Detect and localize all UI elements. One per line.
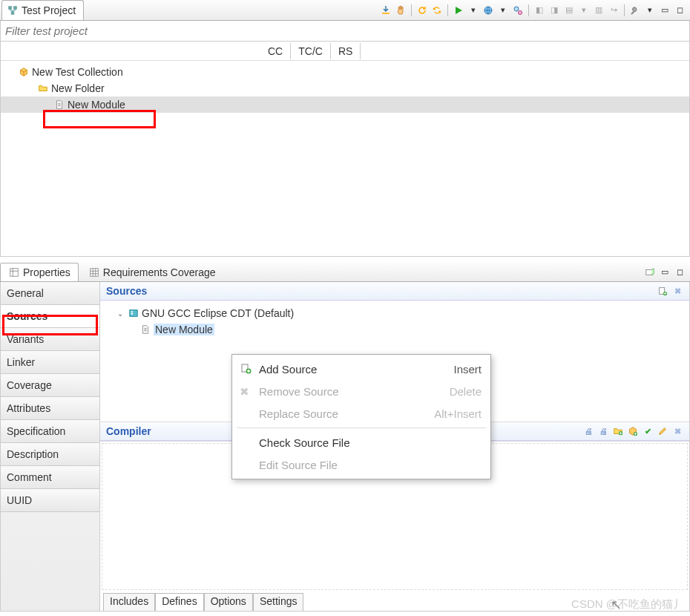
lower-tab-row: Properties Requirements Coverage ▭ ◻ — [0, 263, 690, 282]
tab-label: Properties — [23, 266, 70, 278]
top-toolbar: ▾ ▾ ◧ ◨ ▤ ▾ ▥ ↪ ▾ ▭ ◻ — [380, 4, 690, 16]
dropdown-icon[interactable]: ▾ — [497, 4, 509, 16]
sources-compiler-row[interactable]: ⌄ GNU GCC Eclipse CDT (Default) — [106, 305, 683, 321]
filter-input[interactable] — [1, 21, 689, 41]
col-rs[interactable]: RS — [331, 43, 361, 59]
section-title: Sources — [106, 285, 147, 297]
svg-rect-14 — [131, 313, 134, 315]
tree-collection[interactable]: New Test Collection — [1, 64, 689, 80]
sidebar-label: UUID — [7, 494, 32, 506]
sidebar-label: Variants — [7, 333, 44, 345]
folder-add-icon[interactable] — [612, 425, 624, 437]
sidebar-item-general[interactable]: General — [1, 282, 99, 305]
menu-label: Replace Source — [259, 407, 338, 420]
project-tree: New Test Collection New Folder New Modul… — [1, 61, 689, 116]
col-cc[interactable]: CC — [260, 43, 291, 59]
maximize-icon[interactable]: ◻ — [674, 266, 686, 278]
bt-defines[interactable]: Defines — [155, 593, 203, 611]
print-icon[interactable]: 🖨 — [582, 425, 594, 437]
sidebar-item-coverage[interactable]: Coverage — [1, 374, 99, 397]
minimize-icon[interactable]: ▭ — [659, 4, 671, 16]
tab-req-coverage[interactable]: Requirements Coverage — [80, 263, 224, 281]
sources-header: Sources ✖ — [100, 282, 689, 301]
tree-module[interactable]: New Module — [1, 96, 689, 113]
add-icon[interactable] — [657, 285, 668, 297]
remove-icon[interactable]: ✖ — [671, 285, 683, 297]
tree-icon — [7, 4, 19, 16]
svg-rect-1 — [14, 7, 17, 10]
menu-remove-source: ✖ Remove Source Delete — [232, 380, 490, 402]
arrow-icon[interactable]: ↪ — [608, 4, 620, 16]
sources-module-row[interactable]: New Module — [106, 321, 683, 338]
hand-icon[interactable] — [395, 4, 407, 16]
project-tree-panel: CC TC/C RS New Test Collection New Folde… — [0, 42, 690, 257]
menu-add-source[interactable]: Add Source Insert — [232, 358, 490, 380]
maximize-icon[interactable]: ◻ — [674, 4, 686, 16]
dropdown-icon[interactable]: ▾ — [467, 4, 479, 16]
tree-folder[interactable]: New Folder — [1, 80, 689, 96]
cube1-icon[interactable]: ◧ — [533, 4, 545, 16]
cube2-icon[interactable]: ◨ — [548, 4, 560, 16]
wrench-icon[interactable] — [629, 4, 641, 16]
menu-separator — [237, 427, 486, 428]
cube-add-icon[interactable] — [627, 425, 639, 437]
tab-properties[interactable]: Properties — [0, 263, 79, 281]
view-tab-test-project[interactable]: Test Project — [1, 0, 84, 20]
check-icon[interactable]: ✔ — [642, 425, 654, 437]
globe-icon[interactable] — [482, 4, 494, 16]
sidebar-item-variants[interactable]: Variants — [1, 328, 99, 351]
tree-label: New Folder — [51, 82, 105, 94]
svg-rect-8 — [91, 269, 99, 277]
play-icon[interactable] — [453, 4, 464, 16]
tab-label: Requirements Coverage — [103, 266, 216, 278]
sidebar-item-sources[interactable]: Sources — [1, 305, 99, 328]
cursor-icon: ↖ — [611, 597, 622, 613]
module-icon — [140, 324, 151, 335]
dropdown-icon[interactable]: ▾ — [578, 4, 590, 16]
print2-icon[interactable]: 🖨 — [597, 425, 609, 437]
column-headers: CC TC/C RS — [1, 42, 689, 61]
bt-settings[interactable]: Settings — [253, 593, 304, 611]
separator — [528, 4, 529, 16]
sidebar-label: Linker — [7, 356, 35, 368]
module-label: New Module — [154, 324, 214, 335]
bt-includes[interactable]: Includes — [103, 593, 155, 611]
compiler-label: GNU GCC Eclipse CDT (Default) — [142, 307, 294, 319]
sidebar-label: Coverage — [7, 379, 52, 391]
page-icon[interactable]: ▥ — [593, 4, 605, 16]
svg-point-5 — [514, 7, 519, 11]
sidebar-item-linker[interactable]: Linker — [1, 351, 99, 374]
sidebar-item-attributes[interactable]: Attributes — [1, 397, 99, 420]
col-tcc[interactable]: TC/C — [291, 43, 331, 59]
top-view-header: Test Project ▾ ▾ ◧ ◨ ▤ ▾ ▥ ↪ ▾ ▭ ◻ — [0, 0, 690, 21]
sidebar-label: Attributes — [7, 402, 50, 414]
filter-bar — [0, 21, 690, 42]
menu-check-source[interactable]: Check Source File — [232, 431, 490, 453]
properties-sidebar: General Sources Variants Linker Coverage… — [1, 282, 100, 611]
download-icon[interactable] — [380, 4, 392, 16]
bt-options[interactable]: Options — [204, 593, 253, 611]
menu-shortcut: Delete — [450, 385, 482, 398]
menu-label: Remove Source — [259, 385, 339, 398]
dropdown-icon[interactable]: ▾ — [644, 4, 656, 16]
folder-icon — [38, 83, 48, 94]
expand-icon[interactable]: ⌄ — [115, 309, 125, 318]
sidebar-item-uuid[interactable]: UUID — [1, 489, 99, 512]
delete-icon[interactable]: ✖ — [671, 425, 683, 437]
menu-replace-source: Replace Source Alt+Insert — [232, 402, 490, 425]
svg-rect-2 — [11, 12, 14, 15]
svg-point-6 — [519, 10, 522, 14]
doc-icon[interactable]: ▤ — [563, 4, 575, 16]
sidebar-item-specification[interactable]: Specification — [1, 420, 99, 443]
sidebar-item-comment[interactable]: Comment — [1, 466, 99, 489]
sidebar-item-description[interactable]: Description — [1, 443, 99, 466]
minimize-icon[interactable]: ▭ — [659, 266, 671, 278]
sidebar-label: Sources — [7, 310, 47, 322]
compiler-icon — [128, 308, 139, 318]
sync-icon[interactable] — [431, 4, 443, 16]
svg-rect-3 — [382, 13, 390, 14]
refresh-icon[interactable] — [416, 4, 428, 16]
new-window-icon[interactable] — [644, 266, 656, 278]
gears-icon[interactable] — [512, 4, 524, 16]
edit-icon[interactable] — [657, 425, 668, 437]
